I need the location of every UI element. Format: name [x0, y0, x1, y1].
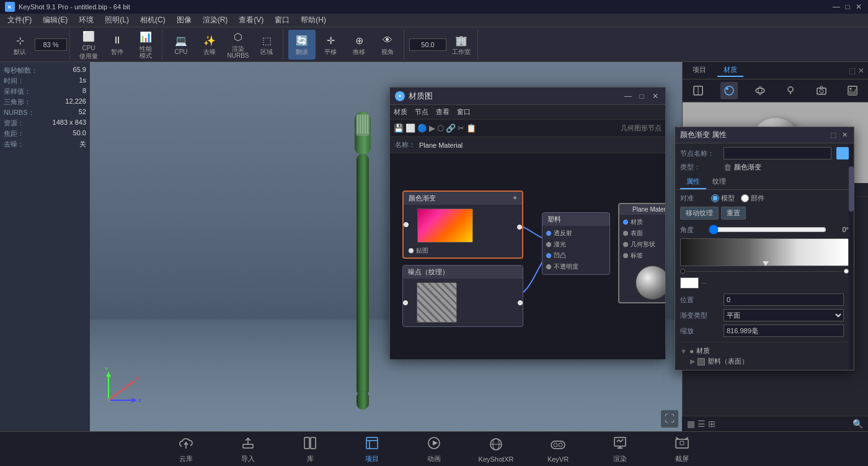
mat-tb-btn2[interactable]: 🔵 [417, 123, 427, 133]
btn-keyshot-xr[interactable]: KeyShotXR [474, 436, 518, 463]
props-resize-btn[interactable]: ⬚ [829, 131, 838, 140]
btn-library[interactable]: 库 [288, 434, 332, 464]
tab-lighting-icon[interactable] [782, 82, 799, 99]
btn-project[interactable]: 项目 [350, 434, 394, 464]
gradient-node-close[interactable]: ● [513, 194, 517, 203]
mat-grid-btn[interactable]: ▦ [687, 419, 695, 429]
mat-menu-node[interactable]: 节点 [415, 107, 428, 117]
mat-tb-save[interactable]: 💾 [394, 123, 404, 133]
type-delete-btn[interactable]: 🗑 [724, 163, 732, 172]
minimize-btn[interactable]: — [832, 2, 841, 11]
pan-btn[interactable]: 🔄 翻滚 [288, 30, 316, 60]
render-nurbs-btn[interactable]: ⬡ 渲染NURBS [224, 30, 252, 60]
mat-menu-material[interactable]: 材质 [394, 107, 407, 117]
plastic-port-transparent[interactable] [546, 231, 551, 236]
mat-tb-btn1[interactable]: ⬜ [405, 123, 415, 133]
menu-lighting[interactable]: 照明(L) [100, 14, 134, 27]
gradient-port-in[interactable] [404, 222, 409, 227]
plastic-port-opacity[interactable] [546, 264, 551, 269]
node-graph-canvas[interactable]: 颜色渐变 ● 贴图 噪点（纹理） [390, 153, 665, 359]
plastic-node[interactable]: 塑料 透反射 漫光 凹凸 不透明度 [542, 212, 610, 275]
menu-window[interactable]: 窗口 [270, 14, 294, 27]
mat-tb-btn4[interactable]: ⬡ [437, 123, 444, 133]
color-stop-right[interactable] [844, 269, 849, 274]
gradient-marker[interactable] [763, 261, 769, 266]
texture-port-out[interactable] [518, 300, 523, 305]
menu-env[interactable]: 环境 [74, 14, 99, 27]
position-input[interactable] [724, 293, 844, 306]
tab-camera-icon[interactable] [813, 82, 830, 99]
move-texture-btn[interactable]: 移动纹理 [680, 207, 719, 220]
props-scrollbar-thumb[interactable] [849, 166, 854, 212]
mat-menu-window[interactable]: 窗口 [457, 107, 471, 117]
angle-slider[interactable] [709, 225, 826, 235]
tab-image-icon[interactable] [844, 82, 861, 99]
move-btn[interactable]: ✛ 平移 [317, 30, 344, 60]
color-stop-left[interactable] [680, 269, 685, 274]
menu-render[interactable]: 渲染(R) [198, 14, 233, 27]
mat-collapse-arrow[interactable]: ▼ [680, 347, 687, 355]
tab-project[interactable]: 项目 [686, 64, 712, 77]
mat-tb-btn5[interactable]: 🔗 [446, 123, 456, 133]
mat-list-btn[interactable]: ☰ [698, 419, 706, 429]
mat-tb-btn6[interactable]: ✂ [458, 123, 464, 133]
menu-edit[interactable]: 编辑(E) [38, 14, 73, 27]
value-input[interactable] [409, 38, 446, 51]
cpu-btn[interactable]: ⬜ CPU 使用量 [75, 30, 102, 60]
mat-search-btn[interactable]: 🔍 [852, 419, 863, 429]
mat-graph-min-btn[interactable]: — [623, 91, 633, 101]
plastic-port-bump[interactable] [546, 253, 551, 258]
maximize-btn[interactable]: □ [843, 2, 852, 11]
menu-view[interactable]: 查看(V) [234, 14, 268, 27]
remove-btn[interactable]: ✨ 去噪 [196, 30, 223, 60]
plastic-port-diffuse[interactable] [546, 242, 551, 247]
planemat-port-geo[interactable] [623, 242, 628, 247]
transition-select[interactable]: 平面 径向 [724, 309, 844, 321]
view-btn[interactable]: 👁 视角 [374, 30, 401, 60]
planemat-port-surface[interactable] [623, 231, 628, 236]
planemat-port-mat[interactable] [623, 220, 628, 225]
push-btn[interactable]: ⊕ 推移 [345, 30, 373, 60]
gradient-node[interactable]: 颜色渐变 ● 贴图 [402, 190, 523, 259]
tab-scene-icon[interactable] [689, 82, 707, 99]
mat-small-btn[interactable]: ⊞ [708, 419, 715, 429]
mat-tb-btn7[interactable]: 📋 [466, 123, 476, 133]
align-part-radio[interactable]: 部件 [741, 194, 764, 203]
props-tab-texture[interactable]: 纹理 [706, 175, 732, 189]
panel-close-btn[interactable]: ✕ [858, 66, 864, 75]
mat-graph-close-btn[interactable]: ✕ [650, 91, 660, 101]
reset-btn[interactable]: 重置 [721, 207, 746, 220]
tab-material[interactable]: 材质 [717, 64, 743, 77]
gradient-bar[interactable] [680, 238, 849, 266]
menu-image[interactable]: 图像 [172, 14, 197, 27]
default-tool-btn[interactable]: ⊹ 默认 [6, 30, 33, 60]
cpu2-btn[interactable]: 💻 CPU [167, 30, 195, 60]
btn-cloud-library[interactable]: 云库 [164, 434, 208, 464]
mat-tb-btn3[interactable]: ▶ [429, 123, 435, 133]
gradient-port-out[interactable] [517, 225, 522, 230]
tab-material-icon[interactable] [720, 82, 738, 99]
panel-resize-btn[interactable]: ⬚ [849, 66, 856, 75]
menu-help[interactable]: 帮助(H) [296, 14, 331, 27]
screenshot-btn[interactable]: ⛶ [661, 410, 678, 428]
studio-btn[interactable]: 🏢 工作室 [448, 30, 475, 60]
props-close-btn[interactable]: ✕ [840, 131, 849, 140]
btn-key-vr[interactable]: KeyVR [536, 436, 580, 463]
align-model-radio[interactable]: 模型 [711, 194, 735, 203]
btn-screenshot[interactable]: 截屏 [660, 434, 704, 464]
btn-render[interactable]: 渲染 [598, 434, 642, 464]
region-btn[interactable]: ⬚ 区域 [253, 30, 280, 60]
mat-graph-max-btn[interactable]: □ [637, 91, 647, 101]
mat-menu-view[interactable]: 查看 [436, 107, 450, 117]
menu-file[interactable]: 文件(F) [2, 14, 37, 27]
node-name-input[interactable] [724, 147, 831, 159]
scale-input[interactable] [724, 325, 844, 337]
gradient-map-port[interactable] [409, 248, 414, 253]
color-swatch[interactable] [836, 147, 849, 159]
menu-camera[interactable]: 相机(C) [135, 14, 170, 27]
perf-btn[interactable]: 📊 性能模式 [132, 30, 159, 60]
texture-node[interactable]: 噪点（纹理） [402, 265, 523, 327]
props-tab-attributes[interactable]: 属性 [680, 175, 706, 189]
plane-mat-node[interactable]: Plane Material 材质 表面 几何形状 标签 [618, 203, 665, 303]
color-swatch-white[interactable] [680, 277, 699, 289]
